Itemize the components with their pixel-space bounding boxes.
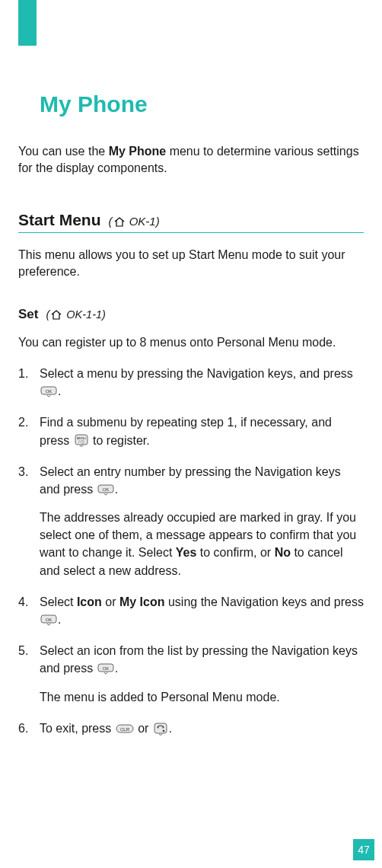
svg-point-14 <box>163 729 165 732</box>
sub-name: Set <box>18 307 38 322</box>
intro-bold: My Phone <box>109 145 167 158</box>
page-title: My Phone <box>40 91 364 117</box>
step-1: Select a menu by pressing the Navigation… <box>18 365 364 400</box>
section-breadcrumb: ( OK-1) <box>109 215 160 228</box>
page-number: 47 <box>353 839 374 860</box>
ok-key-icon: OK <box>40 614 57 627</box>
step-2: Find a submenu by repeating step 1, if n… <box>18 413 364 448</box>
section-description: This menu allows you to set up Start Men… <box>18 247 364 281</box>
home-icon <box>50 310 62 320</box>
svg-text:OK: OK <box>102 666 109 671</box>
intro-pre: You can use the <box>18 145 109 158</box>
section-name: Start Menu <box>18 211 101 229</box>
menu-key-icon: MENU/ ⓘ <box>74 434 89 448</box>
step-3: Select an entry number by pressing the N… <box>18 463 364 579</box>
sub-description: You can register up to 8 menus onto Pers… <box>18 334 364 351</box>
step-6: To exit, press CLR or . <box>18 720 364 737</box>
clr-key-icon: CLR <box>116 724 134 735</box>
svg-text:OK: OK <box>46 388 53 393</box>
step-5-note: The menu is added to Personal Menu mode. <box>40 688 364 706</box>
step-5: Select an icon from the list by pressing… <box>18 642 364 706</box>
step-4: Select Icon or My Icon using the Navigat… <box>18 593 364 628</box>
page-content: My Phone You can use the My Phone menu t… <box>0 0 382 781</box>
ok-key-icon: OK <box>40 386 57 398</box>
steps-list: Select a menu by pressing the Navigation… <box>18 365 364 737</box>
sub-breadcrumb: ( OK-1-1) <box>46 308 105 321</box>
section-header-start-menu: Start Menu ( OK-1) <box>18 211 364 233</box>
svg-rect-13 <box>154 723 167 733</box>
ok-key-icon: OK <box>97 663 114 675</box>
svg-text:OK: OK <box>46 617 53 621</box>
home-icon <box>113 217 126 227</box>
accent-bar <box>18 0 37 46</box>
end-key-icon <box>153 723 168 736</box>
ok-key-icon: OK <box>97 484 114 496</box>
svg-text:OK: OK <box>102 487 109 491</box>
svg-text:CLR: CLR <box>120 726 130 731</box>
intro-paragraph: You can use the My Phone menu to determi… <box>18 143 364 177</box>
svg-text:/ ⓘ: / ⓘ <box>78 439 84 444</box>
sub-header-set: Set ( OK-1-1) <box>18 307 364 322</box>
step-3-note: The addresses already occupied are marke… <box>40 509 364 579</box>
